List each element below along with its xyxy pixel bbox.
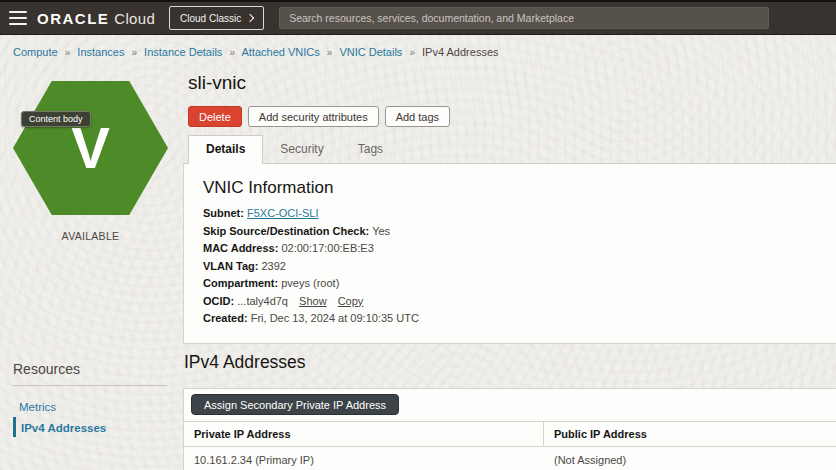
- resources-heading: Resources: [13, 361, 80, 377]
- skip-check-label: Skip Source/Destination Check:: [203, 225, 369, 237]
- ocid-show-link[interactable]: Show: [299, 295, 327, 307]
- vlan-tag-value: 2392: [261, 260, 285, 272]
- status-text: AVAILABLE: [13, 230, 168, 242]
- info-row-created: Created: Fri, Dec 13, 2024 at 09:10:35 U…: [203, 313, 836, 325]
- search-input[interactable]: [279, 7, 769, 29]
- breadcrumb-link-instances[interactable]: Instances: [77, 46, 124, 58]
- assign-secondary-ip-button[interactable]: Assign Secondary Private IP Address: [191, 394, 399, 415]
- info-row-compartment: Compartment: pveys (root): [203, 278, 836, 290]
- breadcrumb-current: IPv4 Addresses: [422, 46, 498, 58]
- compartment-label: Compartment:: [203, 277, 278, 289]
- subnet-label: Subnet:: [203, 207, 244, 219]
- breadcrumb-separator: »: [229, 47, 235, 58]
- vnic-details-panel: VNIC Information Subnet: F5XC-OCI-SLI Sk…: [183, 164, 836, 344]
- action-buttons: Delete Add security attributes Add tags: [188, 106, 450, 127]
- cloud-classic-label: Cloud Classic: [180, 13, 241, 24]
- menu-icon[interactable]: [9, 11, 27, 25]
- breadcrumb: Compute » Instances » Instance Details »…: [13, 46, 499, 58]
- logo-cloud-text: Cloud: [114, 10, 155, 27]
- cell-private-ip: 10.161.2.34 (Primary IP): [184, 447, 544, 470]
- ocid-value: ...taly4d7q: [237, 295, 288, 307]
- tab-bar: Details Security Tags: [183, 138, 836, 164]
- add-tags-button[interactable]: Add tags: [385, 106, 450, 127]
- oracle-cloud-logo: ORACLE Cloud: [37, 10, 155, 27]
- vnic-information-rows: Subnet: F5XC-OCI-SLI Skip Source/Destina…: [203, 208, 836, 325]
- tab-tags[interactable]: Tags: [341, 136, 400, 163]
- breadcrumb-separator: »: [327, 47, 333, 58]
- add-security-attributes-button[interactable]: Add security attributes: [248, 106, 379, 127]
- tab-security[interactable]: Security: [263, 136, 340, 163]
- vnic-status-hexagon-icon: V: [13, 81, 168, 215]
- breadcrumb-separator: »: [409, 47, 415, 58]
- ipv4-table: Private IP Address Public IP Address 10.…: [184, 421, 836, 470]
- ocid-copy-link[interactable]: Copy: [338, 295, 364, 307]
- created-value: Fri, Dec 13, 2024 at 09:10:35 UTC: [251, 312, 419, 324]
- mac-address-label: MAC Address:: [203, 242, 278, 254]
- logo-oracle-text: ORACLE: [37, 10, 109, 27]
- ipv4-addresses-panel: Assign Secondary Private IP Address Priv…: [183, 388, 836, 470]
- sidebar-item-metrics[interactable]: Metrics: [19, 401, 56, 413]
- resources-divider: [13, 385, 167, 386]
- subnet-link[interactable]: F5XC-OCI-SLI: [247, 207, 319, 219]
- breadcrumb-link-instance-details[interactable]: Instance Details: [144, 46, 222, 58]
- column-header-public-ip: Public IP Address: [544, 422, 836, 446]
- vlan-tag-label: VLAN Tag:: [203, 260, 258, 272]
- ocid-label: OCID:: [203, 295, 234, 307]
- compartment-value: pveys (root): [281, 277, 339, 289]
- breadcrumb-link-compute[interactable]: Compute: [13, 46, 58, 58]
- table-row: 10.161.2.34 (Primary IP) (Not Assigned): [184, 447, 836, 470]
- skip-check-value: Yes: [372, 225, 390, 237]
- content-body-tooltip: Content body: [21, 111, 91, 127]
- tab-details[interactable]: Details: [188, 135, 263, 164]
- column-header-private-ip: Private IP Address: [184, 422, 544, 446]
- selected-item-bar: [13, 417, 16, 437]
- ipv4-table-header: Private IP Address Public IP Address: [184, 421, 836, 447]
- breadcrumb-separator: »: [131, 47, 137, 58]
- top-navigation-bar: ORACLE Cloud Cloud Classic: [0, 0, 836, 35]
- ipv4-addresses-heading: IPv4 Addresses: [184, 352, 306, 373]
- hexagon-letter: V: [71, 119, 110, 177]
- breadcrumb-link-vnic-details[interactable]: VNIC Details: [339, 46, 402, 58]
- breadcrumb-separator: »: [65, 47, 71, 58]
- breadcrumb-link-attached-vnics[interactable]: Attached VNICs: [241, 46, 319, 58]
- info-row-mac-address: MAC Address: 02:00:17:00:EB:E3: [203, 243, 836, 255]
- sidebar-item-ipv4-addresses[interactable]: IPv4 Addresses: [21, 422, 106, 434]
- page-title: sli-vnic: [188, 72, 246, 94]
- info-row-skip-check: Skip Source/Destination Check: Yes: [203, 226, 836, 238]
- info-row-ocid: OCID: ...taly4d7q Show Copy: [203, 296, 836, 308]
- vnic-information-heading: VNIC Information: [203, 178, 836, 198]
- info-row-vlan-tag: VLAN Tag: 2392: [203, 261, 836, 273]
- delete-button[interactable]: Delete: [188, 106, 242, 127]
- oracle-cloud-console: ORACLE Cloud Cloud Classic Compute » Ins…: [0, 0, 836, 470]
- created-label: Created:: [203, 312, 248, 324]
- chevron-right-icon: [246, 14, 254, 22]
- cloud-classic-button[interactable]: Cloud Classic: [169, 6, 264, 30]
- mac-address-value: 02:00:17:00:EB:E3: [281, 242, 373, 254]
- info-row-subnet: Subnet: F5XC-OCI-SLI: [203, 208, 836, 220]
- cell-public-ip: (Not Assigned): [544, 447, 836, 470]
